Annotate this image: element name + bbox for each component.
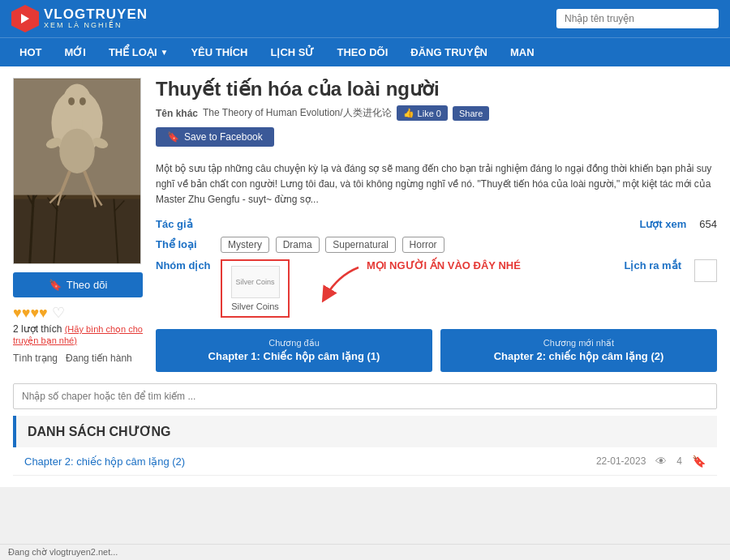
group-label: Nhóm dịch xyxy=(156,259,221,271)
likes-text: 2 lượt thích (Hãy bình chọn cho truyện b… xyxy=(13,323,143,346)
manga-title: Thuyết tiến hóa của loài người xyxy=(156,78,717,100)
nav-item-hot[interactable]: HOT xyxy=(8,38,53,66)
group-logo: Silver Coins xyxy=(231,266,280,298)
alt-name-row: Tên khác The Theory of Human Evolution/人… xyxy=(156,105,717,121)
table-row: Chapter 2: chiếc hộp câm lặng (2) 22-01-… xyxy=(13,447,717,476)
genre-drama[interactable]: Drama xyxy=(276,237,320,253)
manga-cover xyxy=(13,78,141,264)
group-name: Silver Coins xyxy=(227,301,283,311)
first-chapter-name: Chapter 1: Chiếc hộp câm lặng (1) xyxy=(167,349,421,364)
search-input[interactable] xyxy=(556,9,719,28)
genre-supernatural[interactable]: Supernatural xyxy=(325,237,396,253)
star-rating[interactable]: ♥♥♥♥ ♡ xyxy=(13,304,143,322)
chapter-buttons: Chương đầu Chapter 1: Chiếc hộp câm lặng… xyxy=(156,329,717,373)
nav-item-theloai[interactable]: THỂ LOẠI ▼ xyxy=(97,38,180,66)
first-chapter-button[interactable]: Chương đầu Chapter 1: Chiếc hộp câm lặng… xyxy=(156,329,432,373)
eye-icon: 👁 xyxy=(655,455,667,468)
fb-like-button[interactable]: 👍 Like 0 xyxy=(397,105,448,121)
annotation-area: MỌI NGƯỜI ẤN VÀO ĐÂY NHÉ xyxy=(314,259,371,306)
manga-description: Một bộ sưu tập những câu chuyện kỳ lạ và… xyxy=(156,161,717,208)
svg-point-17 xyxy=(59,129,94,173)
chapter-bookmark-icon[interactable]: 🔖 xyxy=(692,455,706,468)
alt-name-value: The Theory of Human Evolution/人类进化论 xyxy=(203,106,392,120)
save-facebook-button[interactable]: 🔖 Save to Facebook xyxy=(156,127,274,147)
latest-chapter-name: Chapter 2: chiếc hộp câm lặng (2) xyxy=(452,349,706,364)
svg-point-15 xyxy=(62,83,92,122)
cover-column: 🔖 Theo dõi ♥♥♥♥ ♡ 2 lượt thích (Hãy bình… xyxy=(13,78,143,372)
status-value: Đang tiến hành xyxy=(66,353,132,364)
logo-icon xyxy=(11,5,39,32)
latest-chapter-label: Chương mới nhất xyxy=(452,337,706,349)
arrow-svg xyxy=(314,259,371,304)
chapter-views: 4 xyxy=(676,455,682,467)
chapter-link[interactable]: Chapter 2: chiếc hộp câm lặng (2) xyxy=(24,455,185,468)
views-value: 654 xyxy=(699,218,717,230)
logo-area: VLOGTRUYEN XEM LÀ NGHIỀN xyxy=(11,5,148,32)
author-label: Tác giả xyxy=(156,218,221,230)
fb-share-button[interactable]: Share xyxy=(453,106,489,121)
nav-item-yeuthich[interactable]: YÊU THÍCH xyxy=(179,38,259,66)
release-label: Lịch ra mắt xyxy=(624,259,681,271)
chapter-list-header: DANH SÁCH CHƯƠNG xyxy=(13,416,717,447)
group-value: Silver Coins Silver Coins xyxy=(221,259,624,318)
alt-name-label: Tên khác xyxy=(156,108,198,119)
genres-label: Thể loại xyxy=(156,238,221,250)
manga-detail: 🔖 Theo dõi ♥♥♥♥ ♡ 2 lượt thích (Hãy bình… xyxy=(13,78,717,372)
nav-item-moi[interactable]: MỚI xyxy=(53,38,97,66)
release-date-box xyxy=(694,259,717,282)
group-row: Nhóm dịch Silver Coins Silver Coins xyxy=(156,259,717,318)
status-label: Tình trạng xyxy=(13,353,58,364)
first-chapter-label: Chương đầu xyxy=(167,337,421,349)
chapter-meta: 22-01-2023 👁 4 🔖 xyxy=(596,455,706,468)
chevron-down-icon: ▼ xyxy=(161,48,169,57)
group-box[interactable]: Silver Coins Silver Coins xyxy=(221,259,290,318)
status-row: Tình trạng Đang tiến hành xyxy=(13,353,143,364)
bookmark-fb-icon: 🔖 xyxy=(167,131,179,143)
thumbs-up-icon: 👍 xyxy=(403,108,414,118)
logo-sub-text: XEM LÀ NGHIỀN xyxy=(44,22,148,30)
chapter-date: 22-01-2023 xyxy=(596,455,646,467)
latest-chapter-button[interactable]: Chương mới nhất Chapter 2: chiếc hộp câm… xyxy=(440,329,717,373)
logo-main-text: VLOGTRUYEN xyxy=(44,7,148,23)
svg-point-21 xyxy=(79,97,86,105)
genre-mystery[interactable]: Mystery xyxy=(221,237,269,253)
author-row: Tác giả Lượt xem 654 xyxy=(156,218,717,230)
chapter-search-input[interactable] xyxy=(13,383,717,409)
genres-list: Mystery Drama Supernatural Horror xyxy=(221,237,717,253)
genres-row: Thể loại Mystery Drama Supernatural Horr… xyxy=(156,237,717,253)
nav-item-lichsu[interactable]: LỊCH SỬ xyxy=(259,38,325,66)
main-content: 🔖 Theo dõi ♥♥♥♥ ♡ 2 lượt thích (Hãy bình… xyxy=(0,66,730,487)
nav-item-theodoi[interactable]: THEO DÕI xyxy=(325,38,399,66)
top-header: VLOGTRUYEN XEM LÀ NGHIỀN xyxy=(0,0,730,37)
views-label: Lượt xem xyxy=(639,218,686,230)
follow-button[interactable]: 🔖 Theo dõi xyxy=(13,272,143,297)
annotation-text: MỌI NGƯỜI ẤN VÀO ĐÂY NHÉ xyxy=(367,259,521,271)
info-column: Thuyết tiến hóa của loài người Tên khác … xyxy=(156,78,717,372)
nav-item-man[interactable]: MAN xyxy=(499,38,546,66)
svg-point-20 xyxy=(68,97,75,105)
nav-item-dangtruyen[interactable]: ĐĂNG TRUYỆN xyxy=(399,38,499,66)
genre-horror[interactable]: Horror xyxy=(402,237,444,253)
nav-bar: HOT MỚI THỂ LOẠI ▼ YÊU THÍCH LỊCH SỬ THE… xyxy=(0,37,730,66)
bookmark-icon: 🔖 xyxy=(49,279,62,291)
logo-text-block: VLOGTRUYEN XEM LÀ NGHIỀN xyxy=(44,7,148,31)
